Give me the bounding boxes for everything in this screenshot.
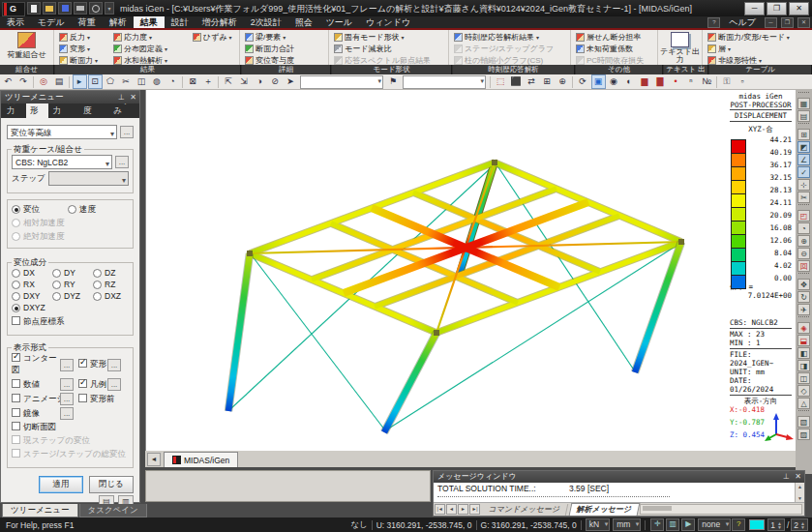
force-sum-button[interactable]: 断面力合計 <box>243 43 328 54</box>
node-number-icon[interactable]: ⁿ <box>684 74 699 89</box>
radio-dxz[interactable]: DXZ <box>93 291 121 301</box>
left-view-icon[interactable]: ◫ <box>797 372 810 384</box>
load-combination-button[interactable]: 荷重組合せ <box>0 31 53 64</box>
deformation-button[interactable]: 変形 <box>57 43 107 54</box>
query-icon[interactable]: ? <box>732 518 745 531</box>
walk-through-icon[interactable]: ✈ <box>797 304 810 315</box>
display-option-icon[interactable]: ▨ <box>797 429 810 440</box>
menu-help[interactable]: ヘルプ <box>722 16 763 28</box>
unknown-load-factor-button[interactable]: 未知荷重係数 <box>574 43 657 54</box>
deform-more-button[interactable]: ... <box>107 359 121 371</box>
redraw-icon[interactable]: ⟳ <box>576 74 590 89</box>
select-single-icon[interactable]: ▸ <box>73 74 87 89</box>
menu-tab-secondary-design[interactable]: 2次設計 <box>244 16 288 28</box>
unselect-all-icon[interactable]: ⊘ <box>268 74 283 89</box>
play-icon[interactable]: ▶ <box>681 518 695 531</box>
table-force-deform-mode-button[interactable]: 断面力/変形/モード <box>706 31 807 43</box>
pointer-icon[interactable]: ➤ <box>284 74 298 89</box>
menu-tab-results[interactable]: 結果 <box>134 16 165 28</box>
radio-dy[interactable]: DY <box>52 268 93 278</box>
iso-view-icon[interactable]: ◈ <box>797 322 810 334</box>
tab-tree-menu[interactable]: ツリーメニュー <box>2 504 78 517</box>
radio-rx[interactable]: RX <box>12 280 52 289</box>
tab-command-message[interactable]: コマンドメッセージ <box>482 504 568 516</box>
select-recent-icon[interactable]: ◔ <box>165 74 180 89</box>
mdi-close-icon[interactable]: ✕ <box>797 17 810 28</box>
table-story-button[interactable]: 層 <box>706 43 807 54</box>
animation-checkbox[interactable]: アニメーション <box>12 394 60 405</box>
help-icon[interactable]: ? <box>707 17 720 28</box>
message-scrollbar[interactable]: ▲▼ <box>795 483 804 502</box>
close-button[interactable]: ✕ <box>789 2 809 15</box>
node-display-icon[interactable]: • <box>669 74 683 89</box>
mirror-checkbox[interactable]: 鏡像 <box>12 408 60 420</box>
hidden-view-icon[interactable]: ▆ <box>638 74 652 89</box>
tab-task-pane[interactable]: タスクペイン <box>79 504 147 517</box>
radio-dx[interactable]: DX <box>12 268 52 278</box>
zoom-window-icon[interactable]: ◰ <box>797 210 810 222</box>
time-history-result-button[interactable]: 時刻歴応答解析結果 <box>452 31 570 43</box>
strain-button[interactable]: ひずみ <box>191 31 239 43</box>
message-close-icon[interactable]: ✕ <box>794 472 802 481</box>
prev-tab-icon[interactable]: ◄ <box>446 504 457 515</box>
text-output-button[interactable]: テキスト出力 <box>658 31 702 64</box>
cutting-plane-checkbox[interactable]: 切断面図 <box>12 422 56 433</box>
radio-dxy[interactable]: DXY <box>12 291 52 301</box>
radio-rz[interactable]: RZ <box>93 280 115 289</box>
undeformed-checkbox[interactable]: 変形前 <box>78 394 115 405</box>
tab-analysis-message[interactable]: 解析メッセージ <box>568 503 640 516</box>
page-total-spinner[interactable]: 2▲▼ <box>791 518 808 531</box>
filter-icon[interactable]: ⚑ <box>386 74 401 89</box>
lock-icon[interactable]: ⚿ <box>720 74 735 89</box>
dynamic-view-icon[interactable]: ◐ <box>622 74 637 89</box>
prev-view-icon[interactable]: ◉ <box>607 74 621 89</box>
select-plane-icon[interactable]: ◫ <box>135 74 149 89</box>
rotate-icon[interactable]: ↻ <box>797 291 810 303</box>
unselect-window-icon[interactable]: ⇲ <box>237 74 252 89</box>
undo-icon[interactable]: ↶ <box>1 74 15 89</box>
values-more-button[interactable]: ... <box>60 378 74 391</box>
result-type-more-button[interactable]: ... <box>120 126 134 138</box>
activate-all-icon[interactable]: ⊞ <box>540 74 555 89</box>
minimize-button[interactable]: ─ <box>744 2 765 15</box>
zoom-dynamic-icon[interactable]: ◔ <box>797 222 810 234</box>
model-canvas[interactable] <box>146 90 795 449</box>
snap-icon[interactable]: ▫ <box>736 74 750 89</box>
nodal-cs-checkbox[interactable]: 節点座標系 <box>12 316 65 328</box>
zoom-fit-view-icon[interactable]: 回 <box>797 260 810 272</box>
mode-shape-button[interactable]: 固有モード形状 <box>332 31 448 43</box>
page-current-spinner[interactable]: 1▲▼ <box>767 518 785 531</box>
radio-dxyz[interactable]: DXYZ <box>12 303 45 312</box>
angle-view-icon[interactable]: ◇ <box>797 385 810 397</box>
select-volume-icon[interactable]: ◍ <box>150 74 165 89</box>
style-combo[interactable]: none <box>698 518 731 531</box>
menu-tab-query[interactable]: 照会 <box>288 16 319 28</box>
contour-more-button[interactable]: ... <box>60 359 74 371</box>
select-intersect-icon[interactable]: ✂ <box>119 74 134 89</box>
grid-icon[interactable]: ▦ <box>797 98 810 109</box>
redo-icon[interactable]: ↷ <box>16 74 31 89</box>
length-unit-combo[interactable]: mm <box>613 518 641 531</box>
unselect-recent-icon[interactable]: ◑ <box>253 74 267 89</box>
inactivate-icon[interactable]: ⬛ <box>509 74 524 89</box>
force-unit-combo[interactable]: kN <box>586 518 610 531</box>
element-number-icon[interactable]: № <box>700 74 714 89</box>
result-type-combo[interactable]: 変位等高線 <box>7 125 117 139</box>
color-swatch[interactable] <box>749 519 765 530</box>
story-shear-ratio-button[interactable]: 層せん断分担率 <box>574 31 657 43</box>
damping-ratio-button[interactable]: モード減衰比 <box>332 43 448 54</box>
group-combo[interactable] <box>403 75 486 89</box>
message-content[interactable]: TOTAL SOLUTION TIME..: 3.59 [SEC] ▲▼ <box>434 483 804 503</box>
menu-tab-pushover[interactable]: 増分解析 <box>195 16 244 28</box>
values-checkbox[interactable]: 数値 <box>12 379 60 391</box>
front-view-icon[interactable]: ◧ <box>797 347 810 359</box>
contour-checkbox[interactable]: コンター図 <box>12 353 60 376</box>
message-pin-icon[interactable]: ⊥ <box>782 472 791 481</box>
select-identity-icon[interactable]: ⊠ <box>186 74 200 89</box>
beam-element-button[interactable]: 梁/要素 <box>243 31 328 43</box>
gear-icon[interactable]: ✛ <box>650 518 664 531</box>
snap-off-icon[interactable]: ✂ <box>797 192 810 203</box>
next-tab-icon[interactable]: ► <box>458 504 468 515</box>
menu-tab-load[interactable]: 荷重 <box>72 16 103 28</box>
reaction-button[interactable]: 反力 <box>57 31 107 43</box>
